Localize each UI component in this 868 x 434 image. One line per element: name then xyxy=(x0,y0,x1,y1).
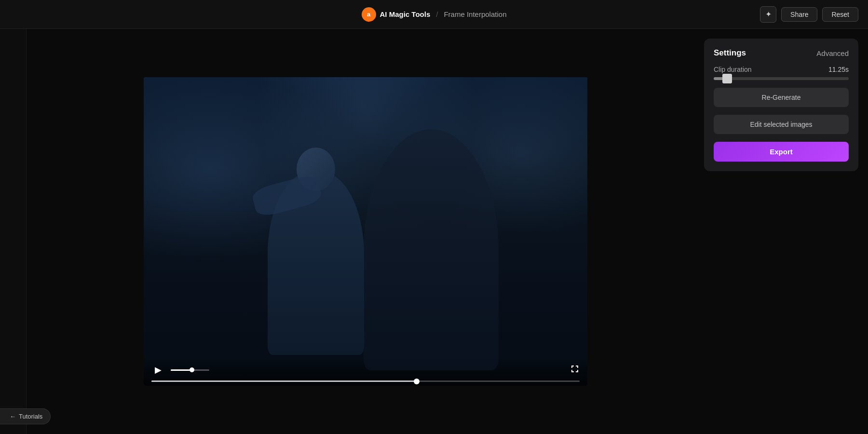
seek-thumb[interactable] xyxy=(414,379,420,384)
clip-duration-section: Clip duration 11.25s xyxy=(714,66,849,80)
magic-icon: ✦ xyxy=(765,10,772,19)
duration-slider-track[interactable] xyxy=(714,77,849,80)
topbar-actions: ✦ Share Reset xyxy=(760,6,858,23)
volume-control[interactable] xyxy=(171,369,219,371)
clip-duration-row: Clip duration 11.25s xyxy=(714,66,849,73)
regenerate-button[interactable]: Re-Generate xyxy=(714,88,849,107)
seek-fill xyxy=(151,380,417,382)
video-area: ▶ xyxy=(27,29,704,434)
topbar-separator: / xyxy=(436,10,438,18)
advanced-link[interactable]: Advanced xyxy=(816,49,849,57)
fullscreen-button[interactable] xyxy=(570,364,580,376)
volume-track[interactable] xyxy=(171,369,209,371)
tutorials-icon: ← xyxy=(10,413,16,420)
share-button[interactable]: Share xyxy=(781,7,817,22)
export-button[interactable]: Export xyxy=(714,142,849,162)
seek-bar[interactable] xyxy=(151,380,580,382)
clip-duration-label: Clip duration xyxy=(714,66,752,73)
settings-title: Settings xyxy=(714,48,746,58)
topbar: a AI Magic Tools / Frame Interpolation ✦… xyxy=(0,0,868,29)
magic-icon-button[interactable]: ✦ xyxy=(760,6,776,23)
volume-fill xyxy=(171,369,192,371)
tutorials-label: Tutorials xyxy=(19,413,42,420)
reset-button[interactable]: Reset xyxy=(822,7,858,22)
play-icon: ▶ xyxy=(155,365,162,375)
topbar-center: a AI Magic Tools / Frame Interpolation xyxy=(362,7,507,22)
main-figure xyxy=(268,172,364,355)
settings-card: Settings Advanced Clip duration 11.25s R… xyxy=(704,39,858,171)
logo-initial: a xyxy=(367,11,370,18)
settings-header: Settings Advanced xyxy=(714,48,849,58)
topbar-page-title: Frame Interpolation xyxy=(444,10,506,18)
edit-images-button[interactable]: Edit selected images xyxy=(714,115,849,134)
left-sidebar xyxy=(0,29,27,434)
video-canvas xyxy=(144,77,587,386)
fullscreen-icon xyxy=(570,364,580,374)
app-logo: a xyxy=(362,7,376,22)
topbar-app-name: AI Magic Tools xyxy=(380,10,431,18)
tutorials-tab[interactable]: ← Tutorials xyxy=(0,408,51,424)
clip-duration-value: 11.25s xyxy=(828,66,849,73)
right-panel: Settings Advanced Clip duration 11.25s R… xyxy=(704,29,868,434)
duration-slider-thumb[interactable] xyxy=(722,74,732,83)
main-area: ▶ xyxy=(0,29,868,434)
volume-thumb[interactable] xyxy=(190,367,194,372)
video-wrapper: ▶ xyxy=(144,77,587,386)
play-button[interactable]: ▶ xyxy=(151,363,165,377)
background-figure xyxy=(364,129,499,370)
